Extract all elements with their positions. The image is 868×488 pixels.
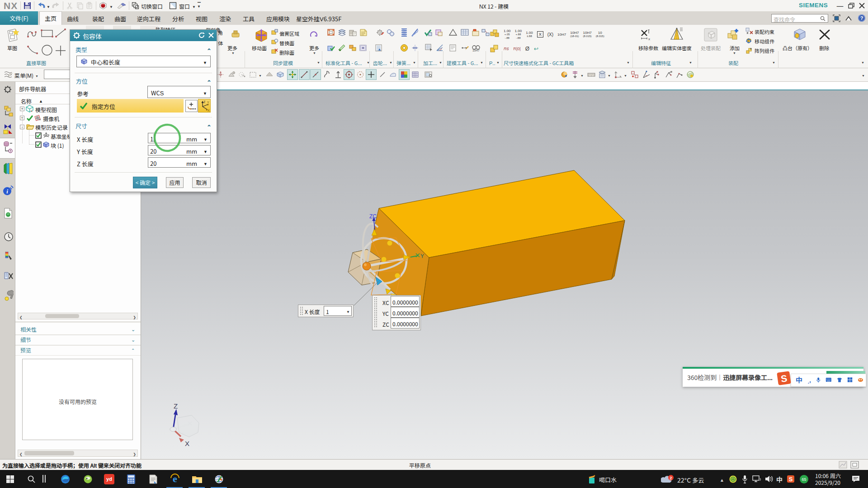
- svg-text:2: 2: [670, 475, 672, 480]
- svg-text:x: x: [648, 37, 650, 41]
- svg-text:X: X: [208, 109, 210, 112]
- svg-text:Y: Y: [420, 253, 424, 259]
- svg-text:Z: Z: [174, 402, 178, 410]
- svg-text:S: S: [789, 476, 793, 483]
- svg-text:65: 65: [802, 477, 806, 482]
- svg-text:ZC: ZC: [369, 213, 377, 220]
- svg-text:Y: Y: [207, 101, 209, 104]
- svg-text:X: X: [185, 440, 189, 447]
- svg-text:Z: Z: [203, 100, 206, 103]
- svg-text:i: i: [6, 188, 8, 195]
- svg-text:e: e: [173, 474, 177, 484]
- svg-text:?: ?: [860, 15, 863, 21]
- svg-text:10H7: 10H7: [472, 49, 480, 52]
